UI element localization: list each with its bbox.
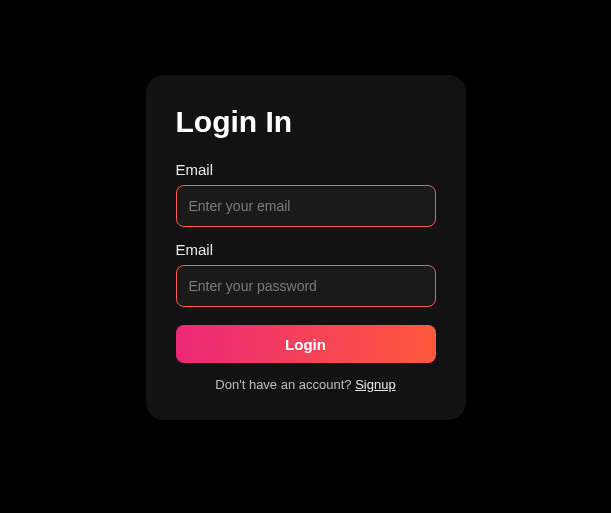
email-field-group: Email xyxy=(176,161,436,227)
page-title: Login In xyxy=(176,105,436,139)
login-card: Login In Email Email Login Don't have an… xyxy=(146,75,466,420)
login-button[interactable]: Login xyxy=(176,325,436,363)
email-label: Email xyxy=(176,161,436,178)
signup-link[interactable]: Signup xyxy=(355,377,395,392)
signup-prompt: Don't have an account? Signup xyxy=(176,377,436,392)
email-input[interactable] xyxy=(176,185,436,227)
password-label: Email xyxy=(176,241,436,258)
password-input[interactable] xyxy=(176,265,436,307)
password-field-group: Email xyxy=(176,241,436,307)
signup-prompt-text: Don't have an account? xyxy=(215,377,355,392)
